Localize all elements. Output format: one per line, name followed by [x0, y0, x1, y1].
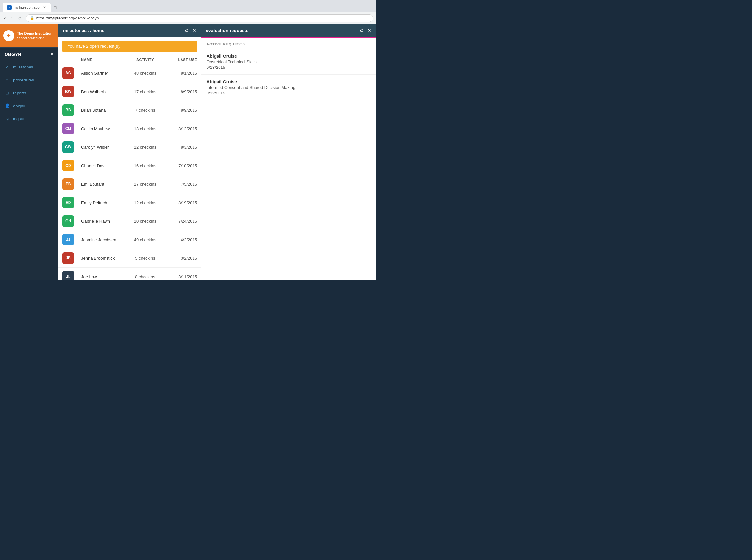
milestones-table: AGAlison Gartner48 checkins8/1/2015BWBen… — [58, 64, 201, 280]
table-row[interactable]: JLJoe Low8 checkins3/11/2015 — [58, 267, 201, 280]
avatar: JL — [62, 271, 74, 280]
alert-text: You have 2 open request(s). — [67, 44, 120, 49]
table-row[interactable]: BWBen Wolberb17 checkins8/9/2015 — [58, 82, 201, 101]
url-text: https://mytipreport.org/demo1/obgyn — [36, 16, 99, 20]
address-bar-row: ‹ › ↻ 🔒 https://mytipreport.org/demo1/ob… — [0, 12, 376, 24]
row-name: Caitlin Mayhew — [81, 126, 126, 131]
abigail-label: abigail — [13, 104, 25, 108]
sidebar-section[interactable]: OBGYN ▼ — [0, 47, 58, 60]
address-bar[interactable]: 🔒 https://mytipreport.org/demo1/obgyn — [26, 14, 373, 22]
row-name: Chantel Davis — [81, 163, 126, 168]
milestones-panel-actions: 🖨 ✕ — [184, 27, 196, 34]
row-lastuse: 8/12/2015 — [165, 126, 197, 131]
procedures-icon: ≡ — [4, 77, 10, 82]
tab-favicon: T — [7, 5, 12, 10]
app-container: + The Demo Institution School of Medicin… — [0, 24, 376, 280]
avatar: JJ — [62, 234, 74, 245]
row-lastuse: 4/2/2015 — [165, 237, 197, 242]
sidebar: + The Demo Institution School of Medicin… — [0, 24, 58, 280]
reports-icon: ⊞ — [4, 90, 10, 96]
eval-request-2[interactable]: Abigail Cruise Informed Consent and Shar… — [201, 75, 376, 100]
new-tab-btn[interactable]: □ — [51, 3, 60, 12]
row-lastuse: 8/9/2015 — [165, 108, 197, 113]
sidebar-item-milestones[interactable]: ✓ milestones — [0, 60, 58, 73]
row-name: Emi Boufant — [81, 182, 126, 187]
table-row[interactable]: JBJenna Broomstick5 checkins3/2/2015 — [58, 249, 201, 267]
reload-button[interactable]: ↻ — [17, 16, 23, 21]
eval-request-2-name: Abigail Cruise — [206, 79, 371, 84]
avatar: ED — [62, 197, 74, 208]
avatar: CW — [62, 141, 74, 153]
eval-request-1-name: Abigail Cruise — [206, 54, 371, 59]
milestones-close-button[interactable]: ✕ — [192, 27, 196, 34]
evaluation-panel: evaluation requests 🖨 ✕ ACTIVE REQUESTS … — [201, 24, 376, 280]
institution-sub: School of Medicine — [17, 36, 52, 40]
tab-close-icon[interactable]: ✕ — [43, 5, 46, 10]
avatar: AG — [62, 67, 74, 79]
table-row[interactable]: AGAlison Gartner48 checkins8/1/2015 — [58, 64, 201, 82]
table-row[interactable]: CDChantel Davis16 checkins7/10/2015 — [58, 157, 201, 175]
row-activity: 49 checkins — [126, 237, 165, 242]
lock-icon: 🔒 — [30, 16, 35, 20]
table-row[interactable]: CMCaitlin Mayhew13 checkins8/12/2015 — [58, 119, 201, 138]
milestones-icon: ✓ — [4, 64, 10, 69]
row-lastuse: 8/9/2015 — [165, 89, 197, 94]
eval-request-2-date: 9/12/2015 — [206, 91, 371, 96]
eval-request-1[interactable]: Abigail Cruise Obstetrical Technical Ski… — [201, 49, 376, 75]
sidebar-item-procedures[interactable]: ≡ procedures — [0, 73, 58, 86]
row-lastuse: 7/24/2015 — [165, 219, 197, 224]
milestones-panel-title: milestones :: home — [63, 28, 104, 33]
browser-tab[interactable]: T myTipreport app ✕ — [3, 3, 51, 12]
row-name: Joe Low — [81, 274, 126, 279]
alert-banner: You have 2 open request(s). — [62, 41, 197, 52]
table-row[interactable]: EBEmi Boufant17 checkins7/5/2015 — [58, 175, 201, 194]
row-name: Jenna Broomstick — [81, 256, 126, 261]
row-lastuse: 8/19/2015 — [165, 200, 197, 205]
evaluation-print-button[interactable]: 🖨 — [359, 28, 363, 33]
institution-name: The Demo Institution — [17, 31, 52, 36]
col-header-name-spacer — [62, 58, 81, 62]
abigail-icon: 👤 — [4, 103, 10, 108]
sidebar-nav: ✓ milestones ≡ procedures ⊞ reports 👤 ab… — [0, 60, 58, 125]
back-button[interactable]: ‹ — [3, 15, 7, 21]
forward-button[interactable]: › — [9, 15, 14, 21]
sidebar-item-logout[interactable]: ⎋ logout — [0, 112, 58, 125]
row-lastuse: 3/11/2015 — [165, 274, 197, 279]
row-activity: 17 checkins — [126, 182, 165, 187]
milestones-print-button[interactable]: 🖨 — [184, 28, 188, 33]
sidebar-item-abigail[interactable]: 👤 abigail — [0, 99, 58, 112]
logout-label: logout — [13, 117, 24, 121]
table-row[interactable]: BBBrian Botana7 checkins8/9/2015 — [58, 101, 201, 119]
table-row[interactable]: CWCarolyn Wilder12 checkins8/3/2015 — [58, 138, 201, 157]
milestones-panel: milestones :: home 🖨 ✕ You have 2 open r… — [58, 24, 201, 280]
dropdown-arrow-icon: ▼ — [50, 52, 54, 57]
evaluation-panel-header: evaluation requests 🖨 ✕ — [201, 24, 376, 38]
table-row[interactable]: GHGabrielle Hawn10 checkins7/24/2015 — [58, 212, 201, 231]
evaluation-panel-title: evaluation requests — [206, 28, 249, 33]
eval-request-2-skill: Informed Consent and Shared Decision Mak… — [206, 85, 371, 90]
milestones-panel-header: milestones :: home 🖨 ✕ — [58, 24, 201, 37]
col-header-activity: ACTIVITY — [126, 58, 165, 62]
eval-request-1-skill: Obstetrical Technical Skills — [206, 59, 371, 64]
col-header-name: NAME — [81, 58, 126, 62]
avatar: CM — [62, 123, 74, 134]
sidebar-item-reports[interactable]: ⊞ reports — [0, 86, 58, 99]
col-header-lastuse: LAST USE — [165, 58, 197, 62]
avatar: CD — [62, 160, 74, 172]
row-name: Jasmine Jacobsen — [81, 237, 126, 242]
row-name: Alison Gartner — [81, 71, 126, 76]
table-row[interactable]: EDEmily Deitrich12 checkins8/19/2015 — [58, 194, 201, 212]
table-row[interactable]: JJJasmine Jacobsen49 checkins4/2/2015 — [58, 231, 201, 249]
eval-request-1-date: 9/13/2015 — [206, 65, 371, 70]
evaluation-close-button[interactable]: ✕ — [367, 27, 372, 34]
avatar: EB — [62, 178, 74, 190]
milestones-label: milestones — [13, 65, 33, 69]
row-activity: 7 checkins — [126, 108, 165, 113]
sidebar-section-label: OBGYN — [4, 52, 21, 57]
active-requests-label: ACTIVE REQUESTS — [201, 38, 376, 49]
avatar: BB — [62, 104, 74, 116]
sidebar-logo: + — [3, 30, 14, 41]
row-activity: 17 checkins — [126, 89, 165, 94]
row-lastuse: 8/1/2015 — [165, 71, 197, 76]
row-activity: 16 checkins — [126, 163, 165, 168]
